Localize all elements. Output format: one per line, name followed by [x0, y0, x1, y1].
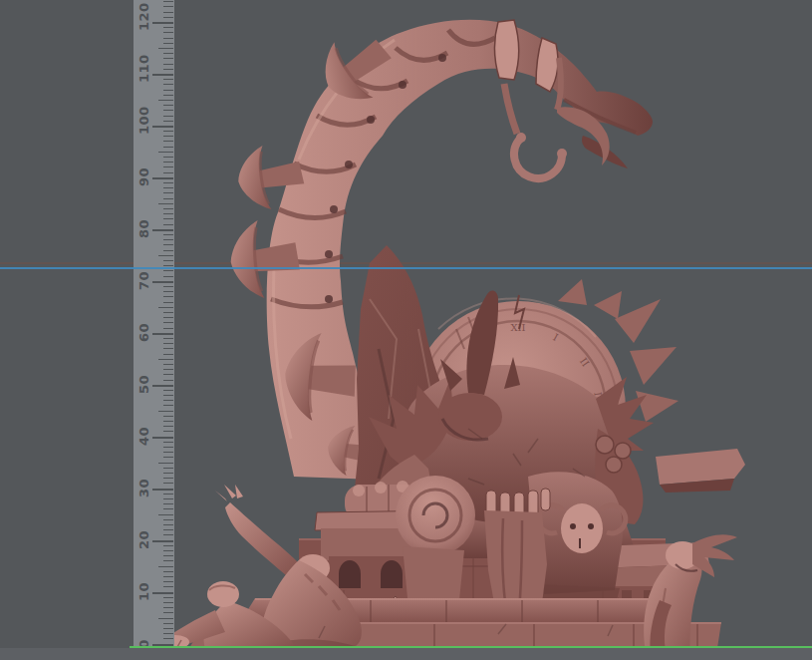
ruler-tick — [163, 79, 173, 80]
ruler-tick — [158, 359, 173, 360]
ruler-tick — [163, 534, 173, 535]
ruler-tick — [163, 364, 173, 365]
ruler-tick — [163, 555, 173, 556]
ruler-tick — [163, 328, 173, 329]
ruler-tick — [163, 473, 173, 474]
ruler-tick — [163, 302, 173, 303]
ruler-tick — [163, 84, 173, 85]
ruler-tick — [163, 623, 173, 624]
ruler-tick — [163, 296, 173, 297]
ruler-tick — [163, 322, 173, 323]
ruler-tick — [163, 508, 173, 509]
ruler-tick — [163, 633, 173, 634]
ruler-tick — [158, 152, 173, 153]
ruler-tick — [163, 494, 173, 495]
ruler-tick — [163, 426, 173, 427]
ruler-tick — [163, 157, 173, 158]
ruler-tick — [163, 519, 173, 520]
ruler-tick — [163, 369, 173, 370]
ruler-tick — [158, 411, 173, 412]
ruler-tick — [163, 390, 173, 391]
ruler-tick — [163, 374, 173, 375]
ruler-tick — [163, 182, 173, 183]
ruler-tick — [163, 468, 173, 469]
ruler-label: 50 — [135, 376, 153, 394]
ruler-tick — [163, 400, 173, 401]
ruler-tick — [163, 571, 173, 572]
model-canvas[interactable]: XI XII I II III — [0, 0, 812, 660]
ruler-tick — [152, 177, 173, 179]
left-shin — [403, 546, 464, 600]
build-plate-line — [130, 646, 812, 648]
ruler-tick — [163, 116, 173, 117]
ruler-label: 30 — [135, 480, 153, 497]
ruler-tick — [163, 141, 173, 142]
ruler-tick — [158, 48, 173, 49]
ruler-tick — [163, 90, 173, 91]
ruler-tick — [163, 43, 173, 44]
ruler-tick — [163, 597, 173, 598]
ruler-tick — [163, 586, 173, 587]
knee-shield — [396, 476, 475, 555]
ruler-tick — [163, 121, 173, 122]
ruler-tick — [163, 131, 173, 132]
ruler-tick — [163, 239, 173, 240]
ruler-tick — [163, 276, 173, 277]
ruler-tick — [163, 395, 173, 396]
ruler-tick — [152, 22, 173, 24]
ruler-tick — [152, 540, 173, 542]
ruler-tick — [163, 105, 173, 106]
ruler-tick — [163, 452, 173, 453]
model-sculpture[interactable]: XI XII I II III — [157, 20, 745, 658]
ruler-tick — [163, 405, 173, 406]
viewport-3d[interactable]: XI XII I II III — [0, 0, 812, 660]
ruler-tick — [163, 234, 173, 235]
ruler-tick — [152, 74, 173, 76]
ruler-tick — [163, 312, 173, 313]
ruler-tick — [163, 581, 173, 582]
ruler-tick — [152, 126, 173, 128]
ruler-tick — [163, 53, 173, 54]
ruler-tick — [163, 416, 173, 417]
creature-head — [438, 393, 502, 441]
svg-text:XII: XII — [510, 322, 525, 333]
ruler-tick — [163, 483, 173, 484]
ruler-tick — [152, 437, 173, 439]
ruler-tick — [163, 317, 173, 318]
ruler-tick — [163, 58, 173, 59]
ruler-tick — [163, 545, 173, 546]
ruler-tick — [163, 421, 173, 422]
ruler-tick — [152, 489, 173, 491]
ruler-tick — [163, 1, 173, 2]
ruler-tick — [163, 64, 173, 65]
ruler-tick — [163, 6, 173, 7]
ruler-label: 10 — [135, 583, 153, 601]
ruler-tick — [163, 110, 173, 111]
ruler-tick — [163, 32, 173, 33]
ruler-label: 80 — [135, 220, 153, 238]
ruler-tick — [163, 354, 173, 355]
ruler-label: 110 — [135, 65, 153, 83]
ruler-tick — [163, 348, 173, 349]
ruler-tick — [163, 172, 173, 173]
ruler-tick — [163, 166, 173, 167]
ruler-tick — [163, 498, 173, 499]
ruler-label: 20 — [135, 531, 153, 549]
ruler-tick — [163, 602, 173, 603]
ruler-tick — [163, 380, 173, 381]
ruler-tick — [163, 17, 173, 18]
ruler-tick — [163, 286, 173, 287]
ruler-tick — [158, 255, 173, 256]
ruler-tick — [163, 250, 173, 251]
ruler-tick — [158, 618, 173, 619]
ram-skull-ornament — [561, 503, 603, 553]
ruler-tick — [163, 291, 173, 292]
ruler-tick — [163, 478, 173, 479]
ruler-tick — [163, 612, 173, 613]
ruler-tick — [163, 38, 173, 39]
ruler-tick — [163, 560, 173, 561]
ruler-tick — [163, 69, 173, 70]
height-guide-line[interactable] — [0, 267, 812, 269]
ruler-tick — [163, 457, 173, 458]
ruler-tick — [163, 442, 173, 443]
